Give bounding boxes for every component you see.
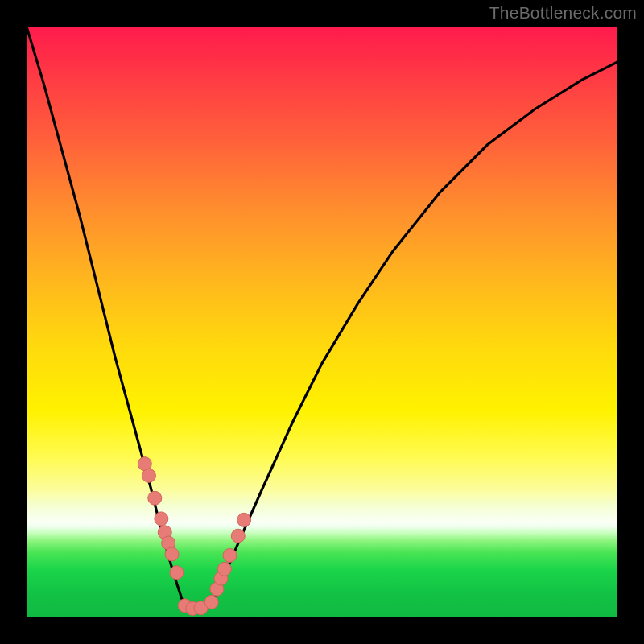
data-marker: [231, 529, 245, 543]
data-marker: [223, 548, 237, 562]
data-marker: [148, 491, 162, 505]
data-marker: [165, 547, 179, 561]
plot-area: [27, 27, 617, 617]
data-marker: [237, 513, 251, 526]
chart-svg: [27, 27, 617, 617]
curve-line: [27, 27, 617, 612]
data-marker: [170, 566, 184, 580]
data-marker: [155, 512, 168, 526]
chart-frame: TheBottleneck.com: [0, 0, 644, 644]
data-marker: [204, 595, 218, 609]
attribution-label: TheBottleneck.com: [489, 3, 637, 23]
data-marker: [217, 562, 231, 576]
curve-path-group: [27, 27, 617, 612]
data-marker: [142, 469, 155, 482]
marker-group: [138, 457, 250, 616]
